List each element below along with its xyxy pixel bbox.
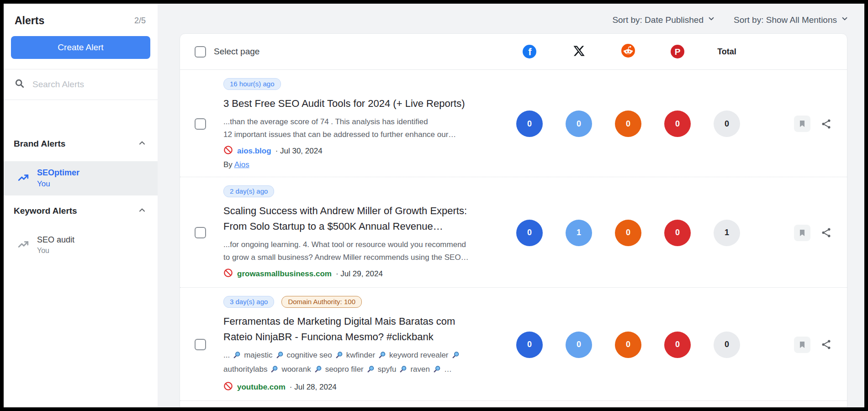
list-header: Select page f bbox=[180, 34, 847, 70]
keyword: raven bbox=[410, 365, 430, 374]
mention-domain[interactable]: growasmallbusiness.com bbox=[237, 269, 332, 279]
mentions-list: 16 hour(s) ago3 Best Free SEO Audit Tool… bbox=[180, 70, 847, 401]
keyword: cognitive seo bbox=[287, 351, 332, 359]
facebook-count: 0 bbox=[516, 220, 543, 246]
time-badge: 3 day(s) ago bbox=[223, 296, 274, 308]
x-count: 0 bbox=[566, 332, 592, 358]
share-button[interactable] bbox=[820, 227, 832, 238]
create-alert-button[interactable]: Create Alert bbox=[11, 36, 150, 59]
section-keyword-alerts[interactable]: Keyword Alerts bbox=[4, 206, 158, 216]
mentions-card: Select page f bbox=[180, 33, 847, 407]
count-col: 0 bbox=[603, 220, 653, 246]
search-icon bbox=[15, 79, 25, 90]
title-line: Ferramentas de Marketing Digital Mais Ba… bbox=[223, 314, 496, 329]
magnifier-icon bbox=[314, 364, 322, 377]
trending-up-icon bbox=[17, 238, 29, 252]
sort-by-date-dropdown[interactable]: Sort by: Date Published bbox=[612, 15, 715, 25]
alert-owner: You bbox=[37, 179, 79, 189]
count-col: 0 bbox=[603, 332, 653, 358]
count-col: 1 bbox=[702, 220, 752, 246]
count-col: 0 bbox=[505, 220, 554, 246]
keyword: keyword revealer bbox=[389, 351, 448, 359]
sort-by-mentions-label: Sort by: Show All Mentions bbox=[734, 15, 837, 25]
magnifier-icon bbox=[270, 364, 278, 377]
count-col: 0 bbox=[653, 111, 702, 137]
pinterest-count: 0 bbox=[664, 111, 691, 137]
count-col: 0 bbox=[554, 332, 603, 358]
keyword-list: ...majesticcognitive seokwfinderkeyword … bbox=[223, 351, 463, 374]
title-line: Rateio NinjaBR - Funciona Mesmo? #clickb… bbox=[223, 329, 496, 345]
bookmark-button[interactable] bbox=[794, 225, 810, 241]
sidebar-item-seoptimer[interactable]: SEOptimer You bbox=[4, 161, 158, 195]
count-col: 0 bbox=[603, 111, 653, 137]
excerpt-line: 12 important issues that can be addresse… bbox=[223, 128, 496, 141]
mention-row: 16 hour(s) ago3 Best Free SEO Audit Tool… bbox=[180, 70, 847, 177]
share-button[interactable] bbox=[820, 339, 832, 350]
facebook-count: 0 bbox=[516, 332, 543, 358]
mention-content: 3 day(s) agoDomain Authority: 100Ferrame… bbox=[223, 296, 505, 393]
keyword: seopro filer bbox=[325, 365, 364, 374]
share-button[interactable] bbox=[820, 118, 832, 130]
reddit-icon bbox=[621, 44, 635, 59]
mention-excerpt: ...than the average score of 74 . This a… bbox=[223, 116, 496, 141]
magnifier-icon bbox=[452, 350, 460, 363]
mention-domain[interactable]: aios.blog bbox=[237, 147, 271, 156]
row-checkbox[interactable] bbox=[195, 227, 206, 238]
row-checkbox[interactable] bbox=[195, 118, 206, 130]
mention-excerpt: ...majesticcognitive seokwfinderkeyword … bbox=[223, 349, 496, 377]
mention-actions bbox=[794, 225, 832, 241]
mention-title[interactable]: Scaling Success with Andrew Miller of Gr… bbox=[223, 203, 496, 234]
bookmark-button[interactable] bbox=[794, 337, 810, 353]
keyword: authoritylabs bbox=[223, 365, 267, 374]
keyword: majestic bbox=[244, 351, 272, 359]
mention-metrics: 00000 bbox=[505, 332, 847, 358]
mention-metrics: 01001 bbox=[505, 220, 847, 246]
mention-date: · Jul 28, 2024 bbox=[290, 383, 337, 392]
search-alerts bbox=[4, 69, 158, 100]
sidebar-item-seo-audit[interactable]: SEO audit You bbox=[4, 228, 158, 262]
chevron-down-icon bbox=[841, 15, 849, 25]
sidebar: Alerts 2/5 Create Alert Brand Alerts bbox=[4, 4, 158, 407]
mention-actions bbox=[794, 116, 832, 132]
screen: Alerts 2/5 Create Alert Brand Alerts bbox=[4, 4, 864, 407]
domain-authority-badge: Domain Authority: 100 bbox=[281, 296, 362, 308]
mention-date: · Jul 29, 2024 bbox=[336, 269, 383, 279]
mention-source: growasmallbusiness.com· Jul 29, 2024 bbox=[223, 268, 496, 280]
mention-domain[interactable]: youtube.com bbox=[237, 383, 286, 392]
mention-title[interactable]: Ferramentas de Marketing Digital Mais Ba… bbox=[223, 314, 496, 345]
keyword: spyfu bbox=[378, 365, 397, 374]
mention-date: · Jul 30, 2024 bbox=[275, 147, 323, 156]
row-checkbox[interactable] bbox=[195, 339, 206, 350]
mention-content: 2 day(s) agoScaling Success with Andrew … bbox=[223, 185, 505, 280]
title-line: 3 Best Free SEO Audit Tools for 2024 (+ … bbox=[223, 96, 496, 111]
count-col: 1 bbox=[554, 220, 603, 246]
pinterest-icon: P bbox=[671, 45, 684, 58]
mention-counts: 01001 bbox=[505, 220, 752, 246]
mention-actions bbox=[794, 337, 832, 353]
count-col: 0 bbox=[653, 220, 702, 246]
facebook-icon: f bbox=[523, 45, 536, 58]
x-count: 0 bbox=[566, 111, 592, 137]
magnifier-icon bbox=[433, 364, 441, 377]
section-brand-alerts[interactable]: Brand Alerts bbox=[4, 138, 158, 149]
chevron-down-icon bbox=[707, 15, 715, 25]
facebook-count: 0 bbox=[516, 111, 543, 137]
select-page-checkbox[interactable] bbox=[195, 46, 206, 58]
bookmark-button[interactable] bbox=[794, 116, 810, 132]
brand-alerts-label: Brand Alerts bbox=[14, 139, 65, 149]
divider bbox=[4, 100, 158, 100]
magnifier-icon bbox=[335, 350, 343, 363]
sort-by-mentions-dropdown[interactable]: Sort by: Show All Mentions bbox=[734, 15, 849, 25]
search-input[interactable] bbox=[32, 79, 134, 90]
mention-row: 3 day(s) agoDomain Authority: 100Ferrame… bbox=[180, 288, 847, 401]
count-col: 0 bbox=[702, 111, 752, 137]
mention-title[interactable]: 3 Best Free SEO Audit Tools for 2024 (+ … bbox=[223, 96, 496, 111]
blocked-icon[interactable] bbox=[223, 268, 233, 280]
blocked-icon[interactable] bbox=[223, 145, 233, 157]
pinterest-count: 0 bbox=[664, 220, 691, 246]
count-col: 0 bbox=[653, 332, 702, 358]
byline-link[interactable]: Aios bbox=[234, 160, 249, 169]
reddit-count: 0 bbox=[615, 332, 641, 358]
total-count: 1 bbox=[714, 220, 740, 246]
blocked-icon[interactable] bbox=[223, 381, 233, 393]
